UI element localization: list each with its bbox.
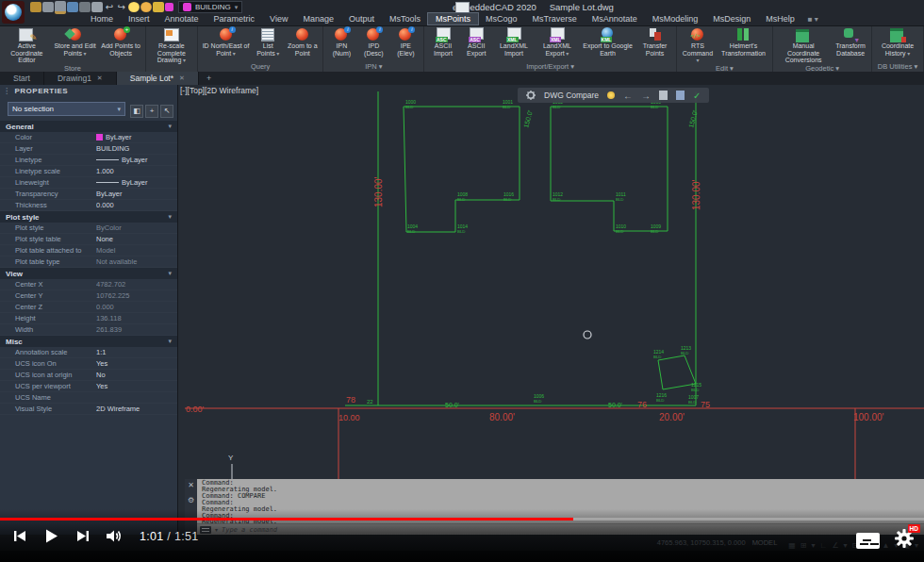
viewport-controls-label[interactable]: [-][Top][2D Wireframe] — [180, 86, 258, 95]
ipn-num-button[interactable]: IPN (Num) — [325, 26, 357, 57]
drawing-canvas[interactable]: 130.00'130.00'150.0'150.0'0.00'7810.0022… — [178, 85, 924, 535]
property-row-center-z[interactable]: Center Z0.000 — [0, 302, 177, 313]
tab-start[interactable]: Start — [0, 72, 44, 85]
compare-doc-icon[interactable] — [659, 91, 668, 100]
print-icon[interactable] — [91, 2, 103, 12]
new-file-icon[interactable] — [42, 2, 54, 12]
property-row-ucs-icon-at-origin[interactable]: UCS icon at originNo — [0, 370, 177, 381]
menu-mstraverse[interactable]: MsTraverse — [525, 13, 585, 25]
compare-settings-icon[interactable] — [676, 91, 685, 100]
video-progress-bar[interactable] — [0, 518, 924, 521]
transfer-points-button[interactable]: Transfer Points — [635, 26, 674, 57]
section-header-view[interactable]: View▾ — [0, 268, 177, 279]
lock-icon[interactable] — [153, 2, 164, 12]
tab-drawing1[interactable]: Drawing1✕ — [44, 72, 117, 85]
panel-grip-icon[interactable]: ⋮ — [3, 87, 11, 95]
ribbon-group-label[interactable]: DB Utilities ▾ — [874, 62, 921, 72]
close-icon[interactable]: ✕ — [179, 74, 185, 82]
re-scale-complete-drawing-button[interactable]: Re-scale Complete Drawing ▾ — [148, 26, 195, 64]
building-left-outline[interactable] — [404, 107, 520, 232]
previous-button[interactable] — [13, 529, 27, 543]
menu-overflow-icon[interactable]: ■ ▾ — [808, 15, 818, 24]
new-tab-button[interactable]: + — [199, 72, 219, 85]
building-right-outline[interactable] — [551, 107, 668, 231]
play-button[interactable] — [43, 528, 59, 544]
property-row-plot-style-table[interactable]: Plot style tableNone — [0, 234, 177, 245]
property-row-linetype-scale[interactable]: Linetype scale1.000 — [0, 166, 177, 177]
property-row-height[interactable]: Height136.118 — [0, 313, 177, 324]
property-row-ucs-icon-on[interactable]: UCS icon OnYes — [0, 358, 177, 370]
property-row-transparency[interactable]: TransparencyByLayer — [0, 189, 177, 200]
next-button[interactable] — [75, 529, 90, 543]
app-logo-icon[interactable] — [2, 1, 25, 24]
layer-color-swatch[interactable] — [165, 3, 173, 11]
transform-database-button[interactable]: Transform Database — [832, 26, 869, 57]
settings-button[interactable]: HD — [894, 528, 915, 553]
coordinate-history-button[interactable]: Coordinate History ▾ — [874, 26, 921, 57]
property-row-linetype[interactable]: LinetypeByLayer — [0, 155, 177, 166]
list-points-button[interactable]: List Points ▾ — [252, 26, 284, 57]
helmert-s-transformation-button[interactable]: Helmert's Transformation — [717, 26, 770, 57]
property-row-lineweight[interactable]: LineweightByLayer — [0, 177, 177, 189]
selection-dropdown[interactable]: No selection ▾ — [8, 102, 125, 116]
export-to-google-earth-button[interactable]: Export to Google Earth — [580, 26, 635, 57]
plot-icon[interactable] — [79, 2, 91, 12]
ipd-desc-button[interactable]: IPD (Desc) — [357, 26, 389, 57]
menu-msdesign[interactable]: MsDesign — [705, 13, 758, 25]
property-row-annotation-scale[interactable]: Annotation scale1:1 — [0, 347, 177, 358]
ascii-import-button[interactable]: ASCII Import — [426, 26, 459, 57]
drawing-viewport[interactable]: [-][Top][2D Wireframe] DWG Compare ← → — [178, 85, 924, 535]
menu-mstools[interactable]: MsTools — [382, 13, 428, 25]
property-row-width[interactable]: Width261.839 — [0, 324, 177, 336]
menu-output[interactable]: Output — [341, 13, 382, 25]
menu-msmodeling[interactable]: MsModeling — [645, 13, 706, 25]
previous-change-icon[interactable]: ← — [623, 91, 633, 101]
next-change-icon[interactable]: → — [641, 91, 651, 101]
zoom-to-a-point-button[interactable]: Zoom to a Point — [284, 26, 321, 57]
property-row-color[interactable]: ColorByLayer — [0, 132, 177, 143]
menu-msannotate[interactable]: MsAnnotate — [585, 13, 645, 25]
bulb-off-icon[interactable] — [140, 2, 152, 12]
quick-select-icon[interactable]: + — [145, 105, 158, 118]
property-row-ucs-name[interactable]: UCS Name — [0, 392, 177, 404]
add-points-to-objects-button[interactable]: Add Points to Objects — [98, 26, 143, 57]
property-row-plot-table-attached-to[interactable]: Plot table attached toModel — [0, 245, 177, 256]
landxml-export-button[interactable]: LandXML Export ▾ — [535, 26, 580, 57]
property-row-visual-style[interactable]: Visual Style2D Wireframe — [0, 404, 177, 415]
close-icon[interactable]: ✕ — [97, 74, 103, 82]
menu-mscogo[interactable]: MsCogo — [478, 13, 525, 25]
property-row-center-y[interactable]: Center Y10762.225 — [0, 290, 177, 302]
bulb-on-icon[interactable] — [128, 2, 140, 12]
subtitles-button[interactable] — [856, 533, 880, 549]
shed-outline[interactable] — [658, 355, 696, 389]
save-icon[interactable] — [67, 2, 78, 12]
menu-insert[interactable]: Insert — [121, 13, 157, 25]
landxml-import-button[interactable]: LandXML Import — [493, 26, 535, 57]
id-north-east-of-point-button[interactable]: ID North/East of Point ▾ — [200, 26, 252, 57]
menu-mspoints[interactable]: MsPoints — [428, 13, 478, 25]
property-row-thickness[interactable]: Thickness0.000 — [0, 200, 177, 211]
store-and-edit-points-button[interactable]: Store and Edit Points ▾ — [52, 26, 99, 57]
toggle-value-icon[interactable]: ◧ — [130, 105, 143, 118]
gear-icon[interactable] — [526, 91, 536, 100]
open-file-icon[interactable] — [55, 1, 66, 14]
ribbon-group-label[interactable]: Import/Export ▾ — [426, 62, 673, 72]
tab-sample-lot[interactable]: Sample Lot*✕ — [117, 72, 199, 85]
pick-objects-icon[interactable]: ↖ — [160, 105, 173, 118]
accept-check-icon[interactable]: ✓ — [693, 91, 701, 101]
bulb-icon[interactable] — [607, 91, 615, 99]
undo-icon[interactable]: ↩ — [104, 2, 115, 12]
property-row-layer[interactable]: LayerBUILDING — [0, 143, 177, 155]
redo-icon[interactable]: ↪ — [116, 2, 127, 12]
menu-view[interactable]: View — [262, 13, 295, 25]
property-row-center-x[interactable]: Center X4782.702 — [0, 279, 177, 290]
pan-hand-icon[interactable] — [30, 2, 41, 12]
property-row-plot-style[interactable]: Plot styleByColor — [0, 223, 177, 234]
ribbon-group-label[interactable]: IPN ▾ — [325, 62, 421, 72]
ascii-export-button[interactable]: ASCII Export — [460, 26, 493, 57]
menu-home[interactable]: Home — [83, 13, 121, 25]
property-row-ucs-per-viewport[interactable]: UCS per viewportYes — [0, 381, 177, 392]
manual-coordinate-conversions-button[interactable]: Manual Coordinate Conversions — [775, 26, 832, 64]
rts-command-button[interactable]: RTS Command ▾ — [679, 26, 717, 64]
property-row-plot-table-type[interactable]: Plot table typeNot available — [0, 256, 177, 268]
